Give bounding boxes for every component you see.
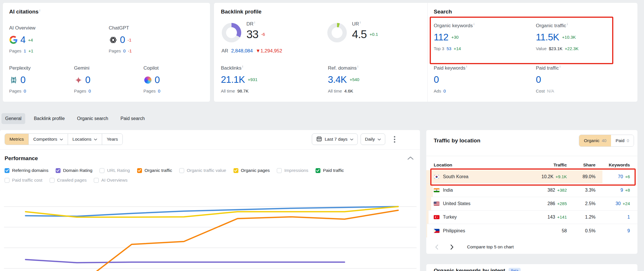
checked-checkbox-icon[interactable] [316,168,320,173]
tab-organic-search[interactable]: Organic search [73,113,112,124]
location-row-turkey[interactable]: Turkey143+1411.2%1 [426,211,637,224]
location-row-philippines[interactable]: Philippines580.5%9 [426,224,637,237]
search-metric-organic-traffic: Organic traffici11.5K+10.3KValue$23.1K+2… [536,22,633,51]
ar-value[interactable]: 2,848,084 [231,48,253,54]
pages-value[interactable]: 0 [158,89,160,93]
page-root: AI citationsi AI Overview4+4Pages1+1Chat… [0,0,644,271]
keywords-value[interactable]: 1 [627,215,630,219]
checkbox-label: URL Rating [107,168,130,173]
pages-value[interactable]: 0 [89,89,91,93]
organic-paid-toggle: Organic 40 Paid 0 [579,135,634,147]
unchecked-checkbox-icon[interactable] [50,178,55,183]
checkbox-referring-domains[interactable]: Referring domains [5,168,48,173]
filter-competitors[interactable]: Competitors [28,134,68,145]
tab-paid-search[interactable]: Paid search [117,113,149,124]
checkbox-label: Paid traffic cost [12,178,42,183]
chevron-down-icon [94,137,97,142]
unchecked-checkbox-icon[interactable] [179,168,184,173]
metric-sub-value: N/A [547,89,554,93]
checkbox-domain-rating[interactable]: Domain Rating [56,168,93,173]
keywords-value[interactable]: 70 [618,174,623,179]
beta-badge: Beta [509,268,521,271]
date-range-button[interactable]: Last 7 days [312,133,358,145]
checkbox-organic-traffic[interactable]: Organic traffic [137,168,172,173]
metric-value[interactable]: 4 [20,34,26,45]
performance-title: Performance [5,155,38,162]
checked-checkbox-icon[interactable] [56,168,61,173]
share-bar [426,224,427,237]
prev-page-icon[interactable] [434,243,439,251]
keywords-value[interactable]: 9 [620,188,623,193]
keywords-cell: 1 [596,215,630,220]
toggle-paid[interactable]: Paid 0 [611,135,634,146]
google-g-icon [9,36,18,44]
keywords-value[interactable]: 9 [627,228,630,233]
search-metric-organic-keywords: Organic keywordsi112+30Top 353+14 [434,22,531,51]
filter-years[interactable]: Years [102,134,122,145]
tr-flag-icon [434,215,439,219]
metric-value[interactable]: 0 [536,74,541,85]
info-icon: i [560,65,560,68]
metric-value[interactable]: 0 [85,74,90,85]
tab-backlink-profile[interactable]: Backlink profile [30,113,69,124]
checked-checkbox-icon[interactable] [234,168,238,173]
unchecked-checkbox-icon[interactable] [5,178,9,183]
tab-general[interactable]: General [1,113,25,124]
metric-sub-value[interactable]: 0 [443,89,446,93]
metric-label: ChatGPT [109,25,170,31]
checkbox-url-rating[interactable]: URL Rating [100,168,130,173]
checkbox-ai-overviews[interactable]: AI Overviews [94,178,127,183]
next-page-icon[interactable] [449,243,455,251]
checkbox-impressions[interactable]: Impressions [277,168,308,173]
unchecked-checkbox-icon[interactable] [277,168,282,173]
keywords-value[interactable]: 30 [616,201,621,206]
metric-value[interactable]: 0 [434,74,439,85]
checkbox-label: Impressions [284,168,308,173]
checkbox-label: Paid traffic [323,168,344,173]
metric-value[interactable]: 21.1K [221,74,245,85]
checkbox-paid-traffic[interactable]: Paid traffic [316,168,344,173]
toggle-organic[interactable]: Organic 40 [579,135,611,146]
pages-value[interactable]: 0 [123,48,126,53]
overview-panel: MetricsCompetitorsLocationsYears Last 7 … [0,130,420,271]
checkbox-paid-traffic-cost[interactable]: Paid traffic cost [5,178,42,183]
checked-checkbox-icon[interactable] [5,168,9,173]
metric-sub-value[interactable]: 53 [447,46,452,51]
checkbox-organic-traffic-value[interactable]: Organic traffic value [179,168,226,173]
search-metric-paid-keywords: Paid keywordsi0Ads0 [434,65,531,93]
metric-value[interactable]: 112 [434,32,448,43]
collapse-chevron-up-icon[interactable] [407,156,414,161]
performance-chart[interactable] [0,195,420,271]
report-tabs: GeneralBacklink profileOrganic searchPai… [1,112,149,125]
filter-metrics[interactable]: Metrics [5,134,28,145]
unchecked-checkbox-icon[interactable] [94,178,99,183]
checkbox-crawled-pages[interactable]: Crawled pages [50,178,87,183]
pages-value[interactable]: 0 [24,89,26,93]
location-row-india[interactable]: India382+3823.3%9+8 [426,184,637,197]
metric-delta: +4 [28,38,33,42]
pages-row: Pages0-1 [109,48,170,53]
metric-value[interactable]: 0 [20,74,26,85]
more-options-icon[interactable] [392,134,397,144]
checkbox-label: Organic pages [241,168,270,173]
granularity-button[interactable]: Daily [361,133,385,145]
ur-label: URi [352,21,378,27]
metric-value[interactable]: 0 [120,34,125,45]
metric-label: Gemini [74,65,136,71]
location-row-south-korea[interactable]: South Korea10.2K+9.1K89.0%70+6 [426,170,637,184]
metric-value[interactable]: 11.5K [536,32,559,43]
filter-locations[interactable]: Locations [68,134,102,145]
checkbox-organic-pages[interactable]: Organic pages [234,168,270,173]
metric-value[interactable]: 0 [155,74,160,85]
metric-value[interactable]: 3.4K [328,74,347,85]
pages-value[interactable]: 1 [24,48,26,53]
ai-citations-title: AI citationsi [9,9,40,15]
checkbox-label: AI Overviews [101,178,127,183]
compare-top5-link[interactable]: Compare top 5 on chart [467,244,514,250]
pages-row: Pages0 [74,89,136,93]
unchecked-checkbox-icon[interactable] [100,168,104,173]
search-metric-paid-traffic: Paid traffici0CostN/A [536,65,633,93]
location-row-united-states[interactable]: United States286+2852.5%30+24 [426,197,637,211]
location-name: United States [443,201,470,206]
checked-checkbox-icon[interactable] [137,168,142,173]
